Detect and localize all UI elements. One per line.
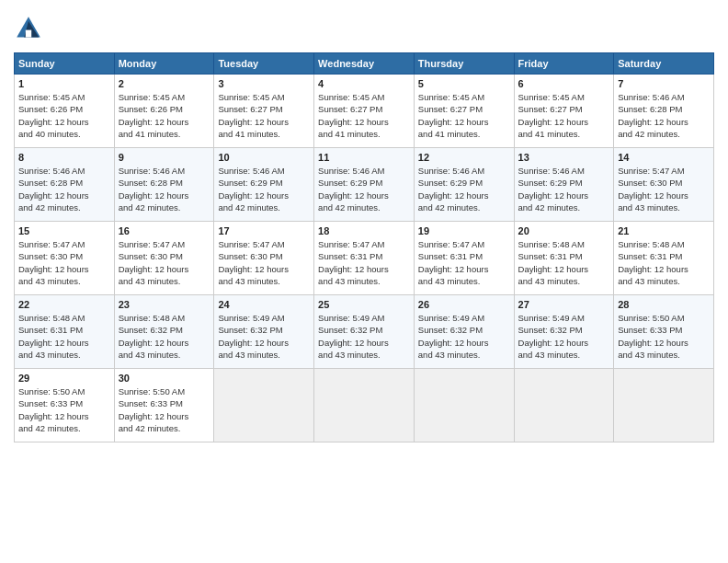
day-number: 10 — [218, 152, 310, 163]
day-info: Sunrise: 5:48 AM Sunset: 6:31 PM Dayligh… — [18, 312, 110, 361]
calendar-row-1: 8 Sunrise: 5:46 AM Sunset: 6:28 PM Dayli… — [15, 148, 714, 222]
col-header-saturday: Saturday — [614, 53, 714, 75]
calendar-cell: 7 Sunrise: 5:46 AM Sunset: 6:28 PM Dayli… — [614, 75, 714, 148]
day-number: 1 — [18, 78, 110, 89]
day-info: Sunrise: 5:46 AM Sunset: 6:28 PM Dayligh… — [119, 165, 210, 213]
day-info: Sunrise: 5:50 AM Sunset: 6:33 PM Dayligh… — [18, 385, 110, 434]
day-info: Sunrise: 5:45 AM Sunset: 6:27 PM Dayligh… — [418, 91, 510, 140]
calendar-cell: 20 Sunrise: 5:48 AM Sunset: 6:31 PM Dayl… — [514, 222, 614, 295]
page: SundayMondayTuesdayWednesdayThursdayFrid… — [0, 0, 728, 563]
day-number: 30 — [119, 373, 210, 384]
calendar-row-3: 22 Sunrise: 5:48 AM Sunset: 6:31 PM Dayl… — [15, 295, 714, 369]
calendar-cell: 24 Sunrise: 5:49 AM Sunset: 6:32 PM Dayl… — [214, 295, 314, 369]
calendar-cell: 2 Sunrise: 5:45 AM Sunset: 6:26 PM Dayli… — [114, 75, 214, 148]
day-info: Sunrise: 5:46 AM Sunset: 6:28 PM Dayligh… — [618, 91, 710, 140]
day-info: Sunrise: 5:47 AM Sunset: 6:30 PM Dayligh… — [18, 238, 110, 287]
calendar-cell: 28 Sunrise: 5:50 AM Sunset: 6:33 PM Dayl… — [614, 295, 714, 369]
day-number: 2 — [119, 78, 210, 89]
header — [14, 14, 714, 43]
day-number: 21 — [618, 225, 710, 236]
calendar-cell: 8 Sunrise: 5:46 AM Sunset: 6:28 PM Dayli… — [15, 148, 115, 222]
calendar-cell: 10 Sunrise: 5:46 AM Sunset: 6:29 PM Dayl… — [214, 148, 314, 222]
col-header-thursday: Thursday — [414, 53, 514, 75]
calendar-header-row: SundayMondayTuesdayWednesdayThursdayFrid… — [15, 53, 714, 75]
col-header-wednesday: Wednesday — [314, 53, 415, 75]
day-number: 5 — [418, 78, 510, 89]
day-info: Sunrise: 5:49 AM Sunset: 6:32 PM Dayligh… — [218, 312, 310, 361]
day-number: 19 — [418, 225, 510, 236]
day-info: Sunrise: 5:49 AM Sunset: 6:32 PM Dayligh… — [318, 312, 410, 361]
day-info: Sunrise: 5:48 AM Sunset: 6:31 PM Dayligh… — [618, 238, 710, 287]
logo — [14, 14, 47, 43]
calendar-table: SundayMondayTuesdayWednesdayThursdayFrid… — [14, 52, 714, 442]
day-number: 18 — [318, 225, 410, 236]
day-number: 13 — [518, 152, 610, 163]
calendar-cell: 5 Sunrise: 5:45 AM Sunset: 6:27 PM Dayli… — [414, 75, 514, 148]
calendar-cell: 30 Sunrise: 5:50 AM Sunset: 6:33 PM Dayl… — [114, 369, 214, 442]
calendar-cell: 26 Sunrise: 5:49 AM Sunset: 6:32 PM Dayl… — [414, 295, 514, 369]
day-number: 9 — [119, 152, 210, 163]
day-number: 7 — [618, 78, 710, 89]
calendar-cell — [314, 369, 415, 442]
day-number: 28 — [618, 299, 710, 310]
day-number: 14 — [618, 152, 710, 163]
day-info: Sunrise: 5:49 AM Sunset: 6:32 PM Dayligh… — [418, 312, 510, 361]
day-info: Sunrise: 5:48 AM Sunset: 6:32 PM Dayligh… — [119, 312, 210, 361]
calendar-cell: 29 Sunrise: 5:50 AM Sunset: 6:33 PM Dayl… — [15, 369, 115, 442]
calendar-cell: 1 Sunrise: 5:45 AM Sunset: 6:26 PM Dayli… — [15, 75, 115, 148]
day-number: 24 — [218, 299, 310, 310]
calendar-cell: 15 Sunrise: 5:47 AM Sunset: 6:30 PM Dayl… — [15, 222, 115, 295]
calendar-cell: 22 Sunrise: 5:48 AM Sunset: 6:31 PM Dayl… — [15, 295, 115, 369]
day-number: 15 — [18, 225, 110, 236]
day-number: 25 — [318, 299, 410, 310]
col-header-friday: Friday — [514, 53, 614, 75]
calendar-cell — [214, 369, 314, 442]
calendar-cell: 17 Sunrise: 5:47 AM Sunset: 6:30 PM Dayl… — [214, 222, 314, 295]
col-header-sunday: Sunday — [15, 53, 115, 75]
day-number: 16 — [119, 225, 210, 236]
day-info: Sunrise: 5:47 AM Sunset: 6:30 PM Dayligh… — [218, 238, 310, 287]
calendar-cell: 9 Sunrise: 5:46 AM Sunset: 6:28 PM Dayli… — [114, 148, 214, 222]
day-info: Sunrise: 5:50 AM Sunset: 6:33 PM Dayligh… — [618, 312, 710, 361]
day-number: 6 — [518, 78, 610, 89]
calendar-cell: 16 Sunrise: 5:47 AM Sunset: 6:30 PM Dayl… — [114, 222, 214, 295]
day-number: 4 — [318, 78, 410, 89]
calendar-cell: 6 Sunrise: 5:45 AM Sunset: 6:27 PM Dayli… — [514, 75, 614, 148]
day-number: 17 — [218, 225, 310, 236]
day-info: Sunrise: 5:49 AM Sunset: 6:32 PM Dayligh… — [518, 312, 610, 361]
calendar-cell: 13 Sunrise: 5:46 AM Sunset: 6:29 PM Dayl… — [514, 148, 614, 222]
calendar-cell — [514, 369, 614, 442]
day-number: 8 — [18, 152, 110, 163]
day-info: Sunrise: 5:45 AM Sunset: 6:27 PM Dayligh… — [218, 91, 310, 140]
day-info: Sunrise: 5:48 AM Sunset: 6:31 PM Dayligh… — [518, 238, 610, 287]
day-info: Sunrise: 5:47 AM Sunset: 6:30 PM Dayligh… — [119, 238, 210, 287]
day-info: Sunrise: 5:46 AM Sunset: 6:29 PM Dayligh… — [218, 165, 310, 213]
day-info: Sunrise: 5:45 AM Sunset: 6:27 PM Dayligh… — [518, 91, 610, 140]
day-number: 20 — [518, 225, 610, 236]
day-number: 22 — [18, 299, 110, 310]
day-number: 11 — [318, 152, 410, 163]
day-info: Sunrise: 5:47 AM Sunset: 6:31 PM Dayligh… — [318, 238, 410, 287]
calendar-row-4: 29 Sunrise: 5:50 AM Sunset: 6:33 PM Dayl… — [15, 369, 714, 442]
day-info: Sunrise: 5:45 AM Sunset: 6:26 PM Dayligh… — [18, 91, 110, 140]
calendar-cell: 19 Sunrise: 5:47 AM Sunset: 6:31 PM Dayl… — [414, 222, 514, 295]
calendar-cell: 25 Sunrise: 5:49 AM Sunset: 6:32 PM Dayl… — [314, 295, 415, 369]
day-info: Sunrise: 5:47 AM Sunset: 6:30 PM Dayligh… — [618, 165, 710, 213]
calendar-cell: 14 Sunrise: 5:47 AM Sunset: 6:30 PM Dayl… — [614, 148, 714, 222]
calendar-cell: 23 Sunrise: 5:48 AM Sunset: 6:32 PM Dayl… — [114, 295, 214, 369]
calendar-cell — [414, 369, 514, 442]
day-info: Sunrise: 5:47 AM Sunset: 6:31 PM Dayligh… — [418, 238, 510, 287]
day-info: Sunrise: 5:50 AM Sunset: 6:33 PM Dayligh… — [119, 385, 210, 434]
calendar-row-0: 1 Sunrise: 5:45 AM Sunset: 6:26 PM Dayli… — [15, 75, 714, 148]
day-info: Sunrise: 5:46 AM Sunset: 6:29 PM Dayligh… — [518, 165, 610, 213]
col-header-tuesday: Tuesday — [214, 53, 314, 75]
day-info: Sunrise: 5:46 AM Sunset: 6:28 PM Dayligh… — [18, 165, 110, 213]
day-number: 29 — [18, 373, 110, 384]
calendar-cell: 11 Sunrise: 5:46 AM Sunset: 6:29 PM Dayl… — [314, 148, 415, 222]
day-info: Sunrise: 5:46 AM Sunset: 6:29 PM Dayligh… — [318, 165, 410, 213]
calendar-row-2: 15 Sunrise: 5:47 AM Sunset: 6:30 PM Dayl… — [15, 222, 714, 295]
svg-rect-2 — [26, 30, 31, 38]
col-header-monday: Monday — [114, 53, 214, 75]
calendar-cell: 21 Sunrise: 5:48 AM Sunset: 6:31 PM Dayl… — [614, 222, 714, 295]
day-info: Sunrise: 5:45 AM Sunset: 6:27 PM Dayligh… — [318, 91, 410, 140]
